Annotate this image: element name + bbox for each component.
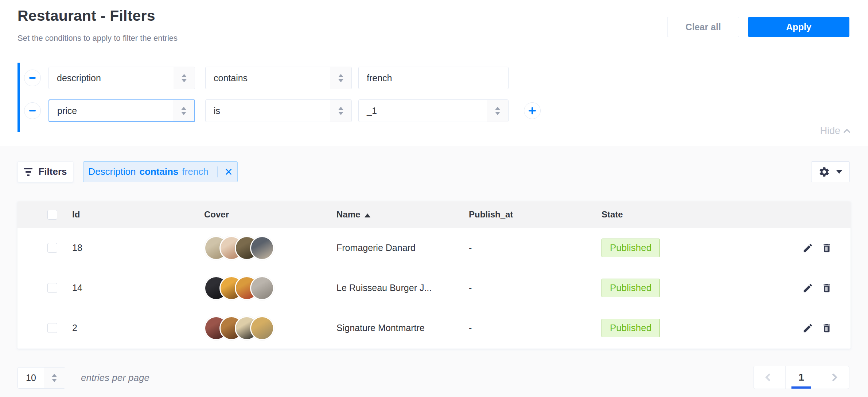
column-header-publish-at[interactable]: Publish_at <box>469 209 602 220</box>
cover-image <box>250 276 274 300</box>
page-size-value: 10 <box>18 373 44 383</box>
cover-image <box>250 236 274 260</box>
filters-button-label: Filters <box>38 166 67 177</box>
active-filter-chip: Description contains french × <box>83 161 238 182</box>
active-page-indicator <box>791 386 811 389</box>
filter-field-value: description <box>49 73 174 83</box>
table-row[interactable]: 2 Signature Montmartre - Published <box>17 308 851 348</box>
filter-field-value: price <box>49 106 173 116</box>
page-title: Restaurant - Filters <box>17 7 155 24</box>
select-spinner-icon <box>330 100 351 122</box>
filter-value: _1 <box>359 106 487 116</box>
apply-button[interactable]: Apply <box>748 17 849 37</box>
cell-name: Fromagerie Danard <box>336 243 469 253</box>
entries-table: Id Cover Name Publish_at State 18 Fromag… <box>17 201 851 349</box>
add-filter-row-button[interactable] <box>524 102 541 119</box>
restaurant-filters-page: Restaurant - Filters Set the conditions … <box>0 0 868 397</box>
filter-group-accent-bar <box>17 63 20 132</box>
remove-filter-row-button[interactable] <box>24 102 41 119</box>
trash-icon <box>821 243 832 253</box>
filter-field-select-row2[interactable]: price <box>48 99 195 122</box>
filter-field-select-row1[interactable]: description <box>48 67 195 89</box>
entries-per-page-label: entries per page <box>81 372 149 384</box>
remove-filter-row-button[interactable] <box>24 70 41 86</box>
table-row[interactable]: 18 Fromagerie Danard - Published <box>17 228 851 268</box>
next-page-button[interactable] <box>817 366 849 389</box>
filters-button[interactable]: Filters <box>17 161 73 182</box>
pencil-icon <box>802 243 813 253</box>
trash-icon <box>821 323 832 334</box>
status-badge: Published <box>602 239 660 257</box>
plus-icon <box>529 107 536 114</box>
cell-name: Le Ruisseau Burger J... <box>336 283 469 293</box>
select-spinner-icon <box>330 67 351 89</box>
table-row[interactable]: 14 Le Ruisseau Burger J... - Published <box>17 268 851 308</box>
cell-id: 2 <box>72 323 204 333</box>
cell-id: 14 <box>72 283 204 293</box>
previous-page-button[interactable] <box>754 366 785 389</box>
current-page: 1 <box>798 372 804 383</box>
page-size-select[interactable]: 10 <box>17 367 65 389</box>
status-badge: Published <box>602 319 660 337</box>
filter-value-select-row2[interactable]: _1 <box>358 99 509 122</box>
delete-button[interactable] <box>821 243 832 253</box>
chip-divider <box>217 166 218 177</box>
column-header-name[interactable]: Name <box>336 209 469 220</box>
column-header-cover[interactable]: Cover <box>204 209 336 220</box>
table-settings-button[interactable] <box>811 161 850 182</box>
filter-operator-value: contains <box>206 73 330 83</box>
edit-button[interactable] <box>802 243 813 253</box>
gear-icon <box>818 166 830 178</box>
cell-publish-at: - <box>469 283 602 293</box>
cell-publish-at: - <box>469 243 602 253</box>
chevron-down-icon <box>836 170 842 174</box>
cell-cover <box>204 316 336 340</box>
pagination: 1 <box>753 366 849 389</box>
cell-cover <box>204 236 336 260</box>
select-spinner-icon <box>44 367 65 388</box>
select-all-checkbox[interactable] <box>47 210 57 220</box>
select-spinner-icon <box>174 67 195 89</box>
page-number-button[interactable]: 1 <box>785 366 817 389</box>
filter-value-input-row1[interactable] <box>358 67 509 89</box>
status-badge: Published <box>602 279 660 297</box>
minus-icon <box>29 110 36 111</box>
cell-id: 18 <box>72 243 204 253</box>
select-spinner-icon <box>487 100 508 122</box>
row-checkbox[interactable] <box>47 243 57 253</box>
cell-name: Signature Montmartre <box>336 323 469 333</box>
minus-icon <box>29 77 36 79</box>
column-header-state[interactable]: State <box>602 209 785 220</box>
trash-icon <box>821 283 832 294</box>
cover-image <box>250 316 274 340</box>
table-header-row: Id Cover Name Publish_at State <box>17 201 851 228</box>
page-subtitle: Set the conditions to apply to filter th… <box>17 34 178 43</box>
hide-label: Hide <box>820 125 840 137</box>
row-checkbox[interactable] <box>47 283 57 293</box>
pencil-icon <box>802 283 813 294</box>
cell-cover <box>204 276 336 300</box>
column-header-id[interactable]: Id <box>72 209 204 220</box>
chip-close-icon[interactable]: × <box>225 166 233 177</box>
delete-button[interactable] <box>821 283 832 294</box>
chip-value: french <box>182 166 208 177</box>
chevron-up-icon <box>843 128 851 135</box>
filter-icon <box>24 168 32 176</box>
cell-publish-at: - <box>469 323 602 333</box>
edit-button[interactable] <box>802 323 813 334</box>
sort-asc-icon <box>365 213 370 217</box>
filter-operator-select-row1[interactable]: contains <box>205 67 352 89</box>
row-checkbox[interactable] <box>47 323 57 333</box>
clear-all-button[interactable]: Clear all <box>667 17 739 37</box>
hide-filters-link[interactable]: Hide <box>808 125 851 137</box>
filters-panel: Restaurant - Filters Set the conditions … <box>0 0 868 146</box>
pencil-icon <box>802 323 813 334</box>
edit-button[interactable] <box>802 283 813 294</box>
filter-operator-value: is <box>206 106 330 116</box>
chip-operator: contains <box>139 166 178 177</box>
chevron-left-icon <box>765 373 774 382</box>
select-spinner-icon <box>173 100 194 121</box>
filter-operator-select-row2[interactable]: is <box>205 99 352 122</box>
chevron-right-icon <box>829 373 837 382</box>
delete-button[interactable] <box>821 323 832 334</box>
